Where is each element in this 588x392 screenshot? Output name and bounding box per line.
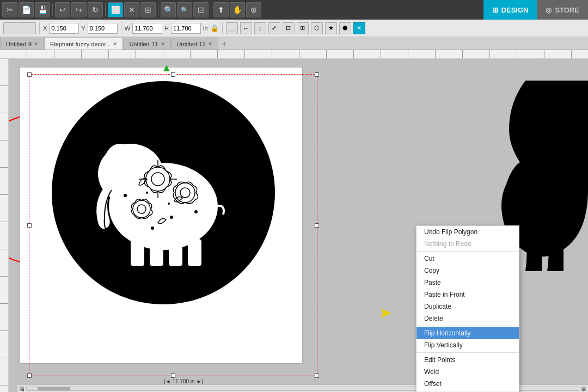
- menu-item-delete[interactable]: Delete: [416, 313, 519, 324]
- menu-item-offset[interactable]: Offset: [416, 378, 519, 390]
- lock-icon[interactable]: 🔒: [210, 24, 219, 32]
- tab-close[interactable]: ✕: [34, 41, 38, 47]
- arrow-pointer: ➤: [379, 304, 391, 322]
- menu-separator: [416, 251, 519, 252]
- sep3: [222, 22, 223, 34]
- handle-tr[interactable]: [315, 72, 319, 77]
- h-label: H: [164, 25, 169, 32]
- menu-item-paste-front[interactable]: Paste in Front: [416, 289, 519, 301]
- transform-btn7[interactable]: ⬡: [311, 22, 323, 34]
- transform-btn3[interactable]: ↕: [254, 22, 266, 34]
- scroll-left-btn[interactable]: ◄: [20, 387, 24, 391]
- svg-point-22: [146, 192, 148, 194]
- tab-close[interactable]: ✕: [161, 41, 165, 47]
- handle-mr[interactable]: [315, 223, 319, 228]
- menu-item-paste[interactable]: Paste: [416, 277, 519, 289]
- move-up-button[interactable]: ⬆: [213, 2, 229, 17]
- menu-item-copy[interactable]: Copy: [416, 265, 519, 277]
- scroll-thumb[interactable]: [38, 387, 70, 390]
- tab-untitled9[interactable]: Untitled-9 ✕: [0, 38, 44, 50]
- menu-item-duplicate[interactable]: Duplicate: [416, 301, 519, 313]
- zoom-fit-button[interactable]: ⊡: [193, 2, 209, 17]
- tab-label: Untitled-11: [129, 41, 158, 47]
- store-button[interactable]: ◎ STORE: [537, 0, 588, 20]
- sep: [39, 22, 40, 34]
- design-button[interactable]: ⊞ DESIGN: [483, 0, 537, 20]
- y-input[interactable]: [88, 23, 118, 34]
- design-canvas[interactable]: [20, 67, 303, 364]
- transform-btn5[interactable]: ⊟: [283, 22, 295, 34]
- add-tab-button[interactable]: +: [218, 38, 230, 50]
- tab-elephant[interactable]: Elephant fuzzy decor... ✕: [44, 38, 123, 50]
- rotate-handle[interactable]: ▲: [161, 62, 172, 74]
- zoom-in-button[interactable]: 🔍: [161, 2, 176, 17]
- menu-separator: [416, 391, 519, 391]
- save-button[interactable]: 💾: [35, 2, 50, 17]
- refresh-button[interactable]: ↻: [88, 2, 103, 17]
- handle-ml[interactable]: [27, 223, 32, 228]
- tab-close[interactable]: ✕: [113, 41, 117, 47]
- svg-point-20: [151, 226, 154, 230]
- transform-btn2[interactable]: ↔: [240, 22, 252, 34]
- svg-rect-4: [150, 239, 163, 266]
- tab-label: Elephant fuzzy decor...: [50, 41, 111, 47]
- scroll-right-btn[interactable]: ►: [581, 387, 586, 391]
- h-input[interactable]: [171, 23, 201, 34]
- canvas-area: ▲: [9, 59, 588, 392]
- transform-btn6[interactable]: ⊞: [297, 22, 309, 34]
- svg-rect-3: [131, 239, 144, 266]
- store-label: STORE: [555, 6, 579, 14]
- y-label: Y: [81, 25, 85, 32]
- menu-item-edit-points[interactable]: Edit Points: [416, 354, 519, 366]
- select-button[interactable]: ⬜: [108, 2, 123, 17]
- sep2: [121, 22, 121, 34]
- x-label: X: [43, 25, 47, 32]
- transform-btn8[interactable]: ★: [325, 22, 337, 34]
- zoom-out-button[interactable]: 🔍: [177, 2, 192, 17]
- redo-button[interactable]: ↪: [71, 2, 87, 17]
- handle-bm[interactable]: [171, 373, 175, 378]
- svg-point-19: [194, 210, 198, 213]
- svg-point-21: [168, 203, 170, 205]
- tab-label: Untitled-9: [6, 41, 32, 47]
- undo-button[interactable]: ↩: [55, 2, 70, 17]
- horizontal-ruler: [0, 50, 588, 59]
- floral-elephant-svg: [76, 108, 250, 277]
- tab-untitled12[interactable]: Untitled-12 ✕: [171, 38, 218, 50]
- design-store-area: ⊞ DESIGN ◎ STORE: [483, 0, 588, 20]
- add-button[interactable]: ⊕: [246, 2, 261, 17]
- delete-button[interactable]: ✕: [124, 2, 139, 17]
- design-label: DESIGN: [501, 6, 529, 14]
- transform-btn9[interactable]: ⬣: [339, 22, 351, 34]
- tab-bar: Untitled-9 ✕ Elephant fuzzy decor... ✕ U…: [0, 37, 588, 50]
- handle-bl[interactable]: [27, 373, 32, 378]
- menu-item-cut[interactable]: Cut: [416, 253, 519, 265]
- tab-close[interactable]: ✕: [208, 41, 212, 47]
- design-grid-icon: ⊞: [492, 6, 498, 14]
- transform-active-btn[interactable]: ✕: [353, 22, 365, 34]
- menu-item-undo[interactable]: Undo Flip Polygon: [416, 226, 519, 238]
- cut-button[interactable]: ✂: [2, 2, 17, 17]
- transform-btn4[interactable]: ⤢: [268, 22, 280, 34]
- hand-tool-button[interactable]: ✋: [230, 2, 245, 17]
- main-area: ▲: [0, 59, 588, 392]
- menu-item-weld[interactable]: Weld: [416, 366, 519, 378]
- design-element[interactable]: [52, 81, 275, 304]
- new-button[interactable]: 📄: [19, 2, 34, 17]
- handle-br[interactable]: [315, 373, 319, 378]
- grid-button[interactable]: ⊞: [140, 2, 156, 17]
- x-input[interactable]: [49, 23, 79, 34]
- menu-item-flip-v[interactable]: Flip Vertically: [416, 339, 519, 351]
- tab-label: Untitled-12: [177, 41, 206, 47]
- sep4: [211, 3, 211, 16]
- menu-item-flip-h[interactable]: Flip Horizontally: [416, 327, 519, 339]
- handle-tl[interactable]: [27, 72, 32, 77]
- main-toolbar: ✂ 📄 💾 ↩ ↪ ↻ ⬜ ✕ ⊞ 🔍 🔍 ⊡ ⬆ ✋ ⊕ ⊞ DESIGN ◎…: [0, 0, 588, 20]
- properties-toolbar: —— X Y W H in 🔒 ⬜ ↔ ↕ ⤢ ⊟ ⊞ ⬡ ★ ⬣ ✕: [0, 20, 588, 37]
- tab-untitled11[interactable]: Untitled-11 ✕: [123, 38, 170, 50]
- line-style-dropdown[interactable]: ——: [3, 22, 36, 34]
- svg-rect-5: [169, 239, 182, 266]
- svg-point-18: [170, 216, 173, 219]
- w-input[interactable]: [132, 23, 162, 34]
- transform-btn1[interactable]: ⬜: [226, 22, 238, 34]
